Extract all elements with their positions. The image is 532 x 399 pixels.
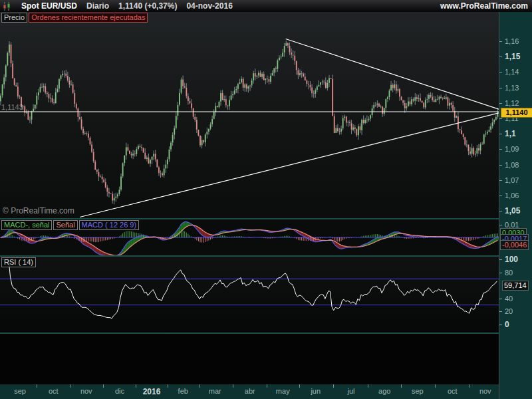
time-axis-label: may xyxy=(276,387,290,395)
last-price: 1,1140 xyxy=(118,1,142,11)
timeframe-label: Diario xyxy=(86,1,109,11)
time-axis-tick xyxy=(368,384,368,388)
time-axis-tick xyxy=(267,384,267,388)
candlestick-icon xyxy=(3,2,12,11)
price-panel-tag[interactable]: Precio xyxy=(1,13,27,23)
recent-orders-tag[interactable]: Ordenes recientemente ejecutadas xyxy=(29,13,148,23)
time-axis-tick xyxy=(70,384,70,388)
time-axis-tick xyxy=(401,384,402,388)
time-axis-label: nov xyxy=(479,387,491,395)
price-panel[interactable]: 1,1143 Precio Ordenes recientemente ejec… xyxy=(0,12,499,218)
macd-line-tag[interactable]: MACD ( 12 26 9) xyxy=(79,220,140,230)
chart-area: 1,1143 Precio Ordenes recientemente ejec… xyxy=(0,12,532,399)
time-axis-label: feb xyxy=(178,387,188,395)
current-price-badge: 1,1140 xyxy=(501,108,532,118)
time-axis-label: mar xyxy=(209,387,221,395)
time-axis-label: sep xyxy=(14,387,26,395)
time-axis-label: jun xyxy=(311,387,321,395)
rsi-tag[interactable]: RSI ( 14) xyxy=(1,257,36,267)
time-axis-tick xyxy=(37,384,37,388)
time-axis-tick xyxy=(299,384,300,388)
horizontal-line-label: 1,1143 xyxy=(1,103,23,111)
time-axis-label: oct xyxy=(448,387,458,395)
time-axis-label: oct xyxy=(49,387,59,395)
title-bar: Spot EUR/USD Diario 1,1140 (+0,37%) 04-n… xyxy=(0,0,532,13)
macd-signal-tag[interactable]: Señal xyxy=(53,220,77,230)
macd-panel[interactable]: MACD-, señal Señal MACD ( 12 26 9) xyxy=(0,219,499,255)
time-axis-label: nov xyxy=(80,387,92,395)
value-axis-column[interactable]: 1,161,151,141,131,121,111,11,091,081,071… xyxy=(499,12,532,399)
instrument-name: Spot EUR/USD xyxy=(21,1,77,11)
time-axis-label: jul xyxy=(347,387,354,395)
time-axis-label: sep xyxy=(412,387,424,395)
rsi-value-badge: 59,714 xyxy=(502,281,529,291)
time-axis-tick xyxy=(168,384,168,388)
time-axis-label: ago xyxy=(378,387,390,395)
time-axis-tick xyxy=(199,384,200,388)
time-axis-label: dic xyxy=(115,387,124,395)
time-axis-label: 2016 xyxy=(143,387,161,396)
time-axis-tick xyxy=(136,384,136,388)
empty-indicator-panel[interactable] xyxy=(0,334,499,384)
time-axis-tick xyxy=(435,384,436,388)
prorealtime-window: Spot EUR/USD Diario 1,1140 (+0,37%) 04-n… xyxy=(0,0,532,399)
time-axis-tick xyxy=(469,384,469,388)
time-axis[interactable]: sepoctnovdic2016febmarabrmayjunjulagosep… xyxy=(0,384,532,399)
macd-value-badge: -0,0046 xyxy=(500,240,529,250)
watermark: © ProRealTime.com xyxy=(3,206,74,215)
time-axis-tick xyxy=(103,384,104,388)
price-change: (+0,37%) xyxy=(144,1,177,11)
date-label: 04-nov-2016 xyxy=(186,1,232,11)
last-price-and-change: 1,1140 (+0,37%) xyxy=(118,1,177,11)
macd-histogram-tag[interactable]: MACD-, señal xyxy=(1,220,52,230)
rsi-panel[interactable]: RSI ( 14) xyxy=(0,257,499,332)
price-chart-canvas[interactable]: 1,1143 xyxy=(0,12,499,218)
time-axis-tick xyxy=(333,384,334,388)
prorealtime-link[interactable]: www.ProRealTime.com xyxy=(440,1,528,11)
time-axis-label: abr xyxy=(245,387,255,395)
rsi-chart-canvas[interactable] xyxy=(0,257,499,332)
time-axis-tick xyxy=(233,384,233,388)
